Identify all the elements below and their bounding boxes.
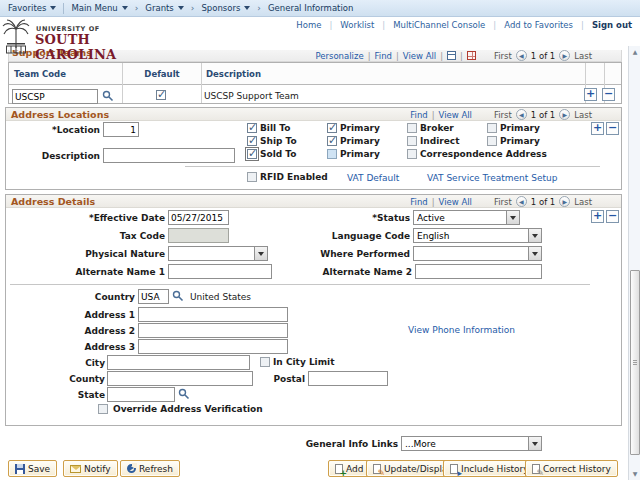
notify-button[interactable]: Notify — [63, 460, 118, 477]
effective-date-label: *Effective Date — [45, 212, 165, 225]
alternate-name-1-label: Alternate Name 1 — [45, 266, 165, 279]
dropdown-arrow-icon[interactable] — [528, 437, 541, 450]
country-input[interactable] — [138, 289, 169, 304]
broker-primary-checkbox[interactable] — [487, 123, 497, 133]
add-location-button[interactable]: + — [591, 122, 604, 135]
dropdown-arrow-icon[interactable] — [254, 247, 267, 260]
scrollbar-thumb[interactable] — [630, 270, 640, 455]
broker-checkbox[interactable] — [407, 123, 417, 133]
dropdown-arrow-icon[interactable] — [506, 211, 519, 224]
breadcrumb-general-information[interactable]: General Information — [268, 3, 353, 13]
language-code-select[interactable]: English — [413, 228, 542, 243]
sign-out-link[interactable]: Sign out — [592, 20, 632, 30]
ship-primary-checkbox[interactable] — [327, 136, 337, 146]
chevron-down-icon — [244, 6, 250, 10]
team-code-lookup-icon[interactable] — [102, 90, 114, 102]
rfid-enabled-checkbox[interactable] — [247, 172, 257, 182]
column-divider — [201, 63, 202, 103]
county-label: County — [5, 373, 105, 386]
description-input[interactable] — [103, 148, 235, 163]
scroll-up-icon[interactable]: ▲ — [629, 46, 640, 58]
location-label: *Location — [0, 124, 100, 137]
view-all-link[interactable]: View All — [403, 51, 436, 61]
override-address-verification-checkbox[interactable] — [98, 404, 108, 414]
find-link[interactable]: Find — [410, 110, 427, 120]
include-history-icon: ▸ — [450, 464, 458, 474]
vertical-scrollbar[interactable]: ▲ ▼ — [628, 46, 640, 480]
location-input[interactable] — [103, 122, 139, 137]
breadcrumb-separator: › — [191, 3, 195, 13]
physical-nature-select[interactable] — [168, 246, 268, 261]
status-select[interactable]: Active — [413, 210, 520, 225]
city-label: City — [5, 357, 105, 370]
address-1-input[interactable] — [138, 307, 288, 322]
personalize-link[interactable]: Personalize — [315, 51, 363, 61]
scroll-down-icon[interactable]: ▼ — [629, 468, 640, 480]
multichannel-console-link[interactable]: MultiChannel Console — [393, 20, 485, 30]
sold-to-checkbox[interactable] — [247, 149, 257, 159]
vat-service-treatment-setup-link[interactable]: VAT Service Treatment Setup — [427, 172, 557, 184]
next-row-icon[interactable]: ▶ — [559, 196, 570, 207]
breadcrumb-main-menu[interactable]: Main Menu — [71, 3, 127, 13]
state-input[interactable] — [107, 387, 175, 402]
find-link[interactable]: Find — [410, 197, 427, 207]
city-input[interactable] — [107, 355, 250, 370]
default-checkbox[interactable] — [156, 90, 166, 100]
view-all-link[interactable]: View All — [439, 110, 472, 120]
zoom-grid-icon[interactable] — [447, 51, 456, 60]
add-row-button[interactable]: + — [584, 88, 597, 101]
home-link[interactable]: Home — [296, 20, 321, 30]
dropdown-arrow-icon[interactable] — [528, 247, 541, 260]
refresh-button[interactable]: Refresh — [120, 460, 180, 477]
save-button[interactable]: Save — [8, 460, 57, 477]
postal-input[interactable] — [308, 371, 388, 386]
sold-primary-checkbox[interactable] — [327, 149, 337, 159]
breadcrumb-sponsors[interactable]: Sponsors — [201, 3, 250, 13]
address-2-input[interactable] — [138, 323, 288, 338]
delete-row-button[interactable]: − — [602, 88, 615, 101]
correct-history-button[interactable]: ✎Correct History — [525, 460, 618, 477]
dropdown-arrow-icon[interactable] — [528, 229, 541, 242]
indirect-checkbox[interactable] — [407, 136, 417, 146]
col-default: Default — [123, 63, 201, 85]
indirect-primary-checkbox[interactable] — [487, 136, 497, 146]
ship-to-checkbox[interactable] — [247, 136, 257, 146]
view-phone-information-link[interactable]: View Phone Information — [408, 324, 515, 336]
find-link[interactable]: Find — [375, 51, 392, 61]
delete-location-button[interactable]: − — [606, 122, 619, 135]
include-history-button[interactable]: ▸Include History — [443, 460, 536, 477]
general-info-links-select[interactable]: ...More — [401, 436, 542, 451]
correspondence-address-checkbox[interactable] — [407, 149, 417, 159]
view-all-link[interactable]: View All — [439, 197, 472, 207]
add-to-favorites-link[interactable]: Add to Favorites — [504, 20, 573, 30]
country-lookup-icon[interactable] — [172, 290, 184, 302]
next-row-icon[interactable]: ▶ — [559, 109, 570, 120]
support-teams-header-row: Team Code Default Description — [9, 63, 621, 85]
previous-row-icon[interactable]: ◀ — [516, 109, 527, 120]
delete-address-row-button[interactable]: − — [606, 210, 619, 223]
state-lookup-icon[interactable] — [178, 388, 190, 400]
alternate-name-2-input[interactable] — [415, 264, 542, 279]
bill-primary-checkbox[interactable] — [327, 123, 337, 133]
broker-primary-label: Primary — [500, 122, 540, 134]
team-code-input[interactable] — [12, 89, 98, 104]
effective-date-input[interactable] — [168, 210, 229, 225]
where-performed-select[interactable] — [413, 246, 542, 261]
previous-row-icon[interactable]: ◀ — [516, 196, 527, 207]
add-address-row-button[interactable]: + — [591, 210, 604, 223]
alternate-name-1-input[interactable] — [168, 264, 272, 279]
last-label: Last — [574, 51, 592, 61]
add-button[interactable]: +Add — [328, 460, 370, 477]
address-3-input[interactable] — [138, 339, 288, 354]
breadcrumb-favorites[interactable]: Favorites — [8, 3, 56, 13]
worklist-link[interactable]: Worklist — [340, 20, 374, 30]
download-to-excel-icon[interactable] — [467, 51, 476, 60]
next-row-icon[interactable]: ▶ — [559, 50, 570, 61]
previous-row-icon[interactable]: ◀ — [516, 50, 527, 61]
col-description: Description — [206, 63, 261, 85]
bill-to-checkbox[interactable] — [247, 123, 257, 133]
vat-default-link[interactable]: VAT Default — [347, 172, 399, 184]
row-position: 1 of 1 — [531, 110, 555, 120]
breadcrumb-grants[interactable]: Grants — [145, 3, 183, 13]
in-city-limit-checkbox[interactable] — [260, 357, 270, 367]
